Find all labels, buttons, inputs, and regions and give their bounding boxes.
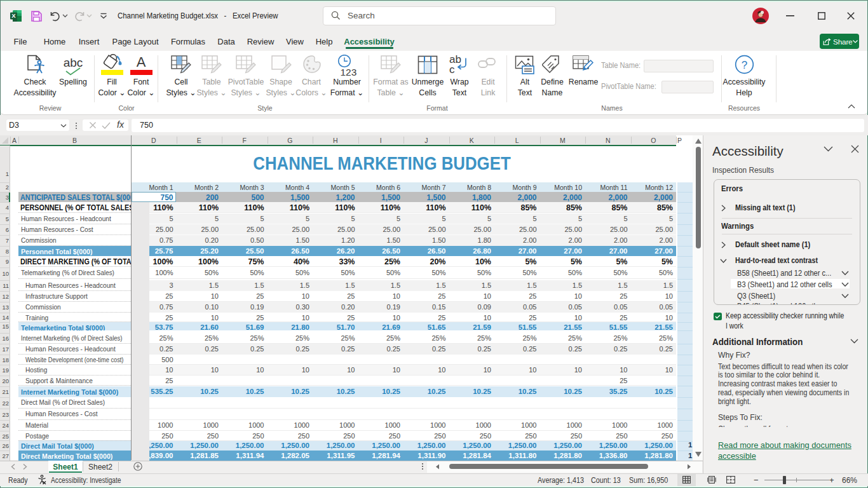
svg-text:c: c <box>449 64 455 76</box>
svg-text:?: ? <box>742 59 747 71</box>
svg-text:X: X <box>11 12 16 19</box>
svg-text:123: 123 <box>341 67 357 77</box>
